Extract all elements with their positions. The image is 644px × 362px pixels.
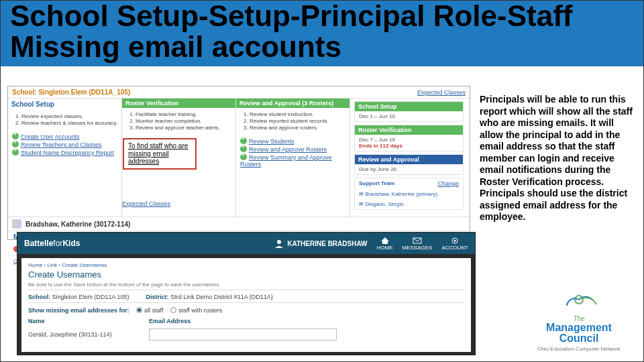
breadcrumb[interactable]: Home › Link › Create Usernames xyxy=(28,262,464,268)
page-subtitle: Be sure to use the Save button at the bo… xyxy=(28,282,464,288)
school-label: School: Singleton Elem (DD11A_105) xyxy=(12,88,130,96)
logo-icon xyxy=(559,286,599,314)
opt-all-staff: all staff xyxy=(144,307,163,314)
col-email-hdr: Email Address xyxy=(149,318,191,324)
support-hdr: Support Team xyxy=(359,180,394,187)
arrow-icon xyxy=(12,133,19,139)
radio-staff-rosters[interactable] xyxy=(170,307,176,313)
col-ra-hdr: Review and Approval (3 Rosters) xyxy=(236,99,350,108)
list-item: Review student instruction. xyxy=(250,111,345,117)
slide-body: School: Singleton Elem (DD11A_105) Expec… xyxy=(6,84,638,356)
logo-line3: Council xyxy=(525,333,633,345)
change-link[interactable]: Change xyxy=(437,180,459,187)
expected-classes-top-link[interactable]: Expected Classes xyxy=(417,89,466,96)
table-row: Gerald, Josephine (30131-114) xyxy=(28,328,464,341)
side-ra-due: Due by June 20 xyxy=(355,164,463,174)
slide-title: School Setup-Setup-Principal Role-Staff … xyxy=(10,0,573,63)
email-field[interactable] xyxy=(149,328,337,341)
radio-all-staff[interactable] xyxy=(136,307,142,313)
review-students-link[interactable]: Review Students xyxy=(249,138,294,145)
callout-box: To find staff who are missing email addr… xyxy=(123,138,197,170)
side-rv-hdr: Roster Verification xyxy=(355,125,463,135)
nav-home[interactable]: HOME xyxy=(377,237,393,251)
mail-icon xyxy=(413,237,422,245)
side-ra-hdr: Review and Approval xyxy=(355,155,463,164)
svg-point-3 xyxy=(454,239,456,241)
district-lbl: District: xyxy=(146,294,169,300)
title-bar: School Setup-Setup-Principal Role-Staff … xyxy=(1,1,643,66)
avatar xyxy=(12,219,21,229)
row-name: Gerald, Josephine (30131-114) xyxy=(28,331,142,338)
callout-text: To find staff who are missing email addr… xyxy=(128,142,188,165)
list-item: Monitor teacher completion. xyxy=(136,118,231,124)
user-name: Bradshaw, Katherine (30172-114) xyxy=(25,221,130,228)
arrow-icon xyxy=(240,154,247,160)
screenshot-stack: School: Singleton Elem (DD11A_105) Expec… xyxy=(7,86,477,354)
svg-point-0 xyxy=(277,240,281,244)
col-setup-hdr: School Setup xyxy=(8,99,121,110)
screenshot-create-usernames: BattelleforKids KATHERINE BRADSHAW HOME … xyxy=(17,232,476,355)
review-summary-link[interactable]: Review Summary and Approve Rosters xyxy=(240,154,332,168)
list-item: Review expected classes. xyxy=(21,113,117,119)
opt-staff-rosters: staff with rosters xyxy=(178,307,222,314)
side-rv-ends: Ends in 112 days xyxy=(359,143,402,149)
screenshot-school-setup: School: Singleton Elem (DD11A_105) Expec… xyxy=(7,86,470,240)
gear-icon xyxy=(450,237,460,245)
review-approve-rosters-link[interactable]: Review and Approve Rosters xyxy=(249,146,327,153)
district-val: Strd Link Demo District #11A (DD11A) xyxy=(170,294,273,300)
side-setup-hdr: School Setup xyxy=(355,102,463,111)
management-council-logo: The Management Council Ohio Education Co… xyxy=(525,286,633,352)
col-name-hdr: Name xyxy=(28,318,142,324)
user-icon xyxy=(274,239,284,248)
home-icon xyxy=(380,237,390,245)
review-teachers-link[interactable]: Review Teachers and Classes xyxy=(21,141,101,148)
list-item: Facilitate teacher training. xyxy=(136,111,231,117)
expected-classes-link[interactable]: Expected Classes xyxy=(122,200,170,207)
school-val: Singleton Elem (DD11A 105) xyxy=(52,294,129,300)
side-setup-range: Dec 1 – Jun 10 xyxy=(355,111,463,121)
topbar-user[interactable]: KATHERINE BRADSHAW xyxy=(274,239,367,248)
school-lbl: School: xyxy=(28,294,50,300)
col-rv-hdr: Roster Verification xyxy=(122,99,235,108)
arrow-icon xyxy=(240,145,247,152)
nav-messages[interactable]: MESSAGES xyxy=(402,237,433,251)
filter-lbl: Show missing email addresses for: xyxy=(28,307,129,314)
list-item: Review and approve rosters. xyxy=(250,125,345,131)
create-user-accounts-link[interactable]: Create User Accounts xyxy=(21,133,80,140)
arrow-icon xyxy=(12,141,19,147)
nav-account[interactable]: ACCOUNT xyxy=(441,237,468,251)
bfk-topbar: BattelleforKids KATHERINE BRADSHAW HOME … xyxy=(17,233,475,254)
explainer-column: Principals will be able to run this repo… xyxy=(480,94,634,223)
side-rv-range: Dec 7 – Jun 19 xyxy=(359,137,395,143)
discrepancy-report-link[interactable]: Student Name Discrepancy Report xyxy=(21,149,114,156)
logo-line2: Management xyxy=(525,322,633,333)
page-title: Create Usernames xyxy=(28,269,464,280)
support-member: Delgado, Sergio xyxy=(365,201,403,207)
arrow-icon xyxy=(240,137,247,144)
list-item: Review reported student records. xyxy=(250,118,345,124)
arrow-icon xyxy=(12,149,19,156)
support-member: Bradshaw, Katherine (primary) xyxy=(365,191,437,197)
slide: School Setup-Setup-Principal Role-Staff … xyxy=(0,0,644,362)
list-item: Review and approve teacher alerts. xyxy=(136,125,231,131)
logo-line4: Ohio Education Computer Network xyxy=(525,346,633,352)
explainer-text: Principals will be able to run this repo… xyxy=(480,94,634,223)
list-item: Review teachers & classes for accuracy. xyxy=(21,120,117,126)
bfk-logo: BattelleforKids xyxy=(24,239,80,248)
